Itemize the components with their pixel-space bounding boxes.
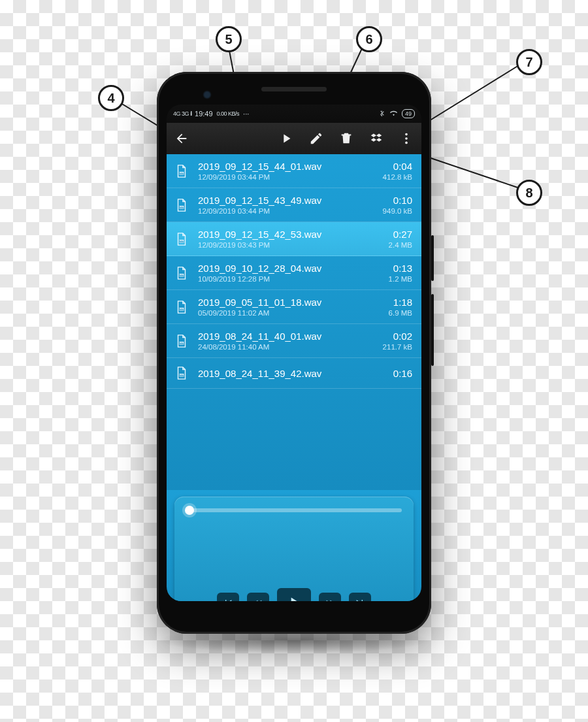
recording-name: 2019_09_12_15_44_01.wav [198, 161, 383, 172]
back-button[interactable] [167, 123, 197, 154]
svg-text:WAV: WAV [179, 240, 185, 242]
recording-duration: 0:04 [383, 161, 412, 172]
recording-name: 2019_09_12_15_42_53.wav [198, 229, 389, 240]
wifi-icon [389, 110, 398, 118]
phone-side-button [431, 235, 434, 281]
svg-text:WAV: WAV [179, 374, 185, 377]
svg-text:WAV: WAV [179, 342, 185, 344]
seek-bar[interactable] [186, 508, 402, 512]
signal-indicator: 4G 3G ılıl [173, 110, 191, 117]
status-bar: 4G 3G ılıl 19:49 0.00 KB/s ··· 49 [167, 105, 421, 123]
seek-thumb[interactable] [185, 506, 194, 515]
player-controls [186, 588, 402, 601]
file-icon: WAV [173, 265, 190, 282]
recording-duration: 1:18 [389, 297, 412, 308]
svg-point-6 [405, 137, 408, 140]
player-panel [167, 490, 421, 601]
recording-date: 12/09/2019 03:43 PM [198, 241, 389, 249]
file-icon: WAV [173, 197, 190, 214]
svg-point-7 [405, 142, 408, 144]
stage: 45678 4G 3G ılıl 19:49 0.00 KB/s ··· [0, 0, 588, 722]
recording-date: 12/09/2019 03:44 PM [198, 173, 383, 181]
recording-name: 2019_09_05_11_01_18.wav [198, 297, 389, 308]
delete-button[interactable] [331, 123, 361, 154]
svg-text:WAV: WAV [179, 274, 185, 276]
edit-button[interactable] [301, 123, 331, 154]
file-icon: WAV [173, 231, 190, 248]
recording-row[interactable]: WAV2019_09_12_15_44_01.wav12/09/2019 03:… [167, 154, 421, 188]
action-bar [167, 123, 421, 154]
recording-row[interactable]: WAV2019_09_05_11_01_18.wav05/09/2019 11:… [167, 290, 421, 324]
skip-prev-button[interactable] [217, 593, 239, 601]
file-icon: WAV [173, 163, 190, 180]
recording-row[interactable]: WAV2019_08_24_11_40_01.wav24/08/2019 11:… [167, 324, 421, 358]
svg-text:WAV: WAV [179, 308, 185, 310]
callout-badge: 5 [216, 26, 242, 52]
recording-size: 1.2 MB [389, 275, 412, 283]
recording-list[interactable]: WAV2019_09_12_15_44_01.wav12/09/2019 03:… [167, 154, 421, 490]
net-speed: 0.00 KB/s [217, 110, 240, 117]
recording-size: 412.8 kB [383, 173, 412, 181]
recording-size: 949.0 kB [383, 207, 412, 215]
skip-next-button[interactable] [349, 593, 371, 601]
file-icon: WAV [173, 333, 190, 350]
svg-point-5 [405, 133, 408, 136]
recording-name: 2019_09_12_15_43_49.wav [198, 195, 383, 206]
recording-name: 2019_08_24_11_40_01.wav [198, 331, 383, 342]
phone-frame: 4G 3G ılıl 19:49 0.00 KB/s ··· 49 [157, 72, 431, 634]
rewind-button[interactable] [247, 593, 269, 601]
recording-date: 05/09/2019 11:02 AM [198, 309, 389, 317]
dropbox-button[interactable] [361, 123, 391, 154]
recording-size: 6.9 MB [389, 309, 412, 317]
recording-duration: 0:27 [389, 229, 412, 240]
svg-text:WAV: WAV [179, 172, 185, 174]
clock: 19:49 [195, 110, 213, 118]
recording-size: 2.4 MB [389, 241, 412, 249]
forward-button[interactable] [319, 593, 341, 601]
recording-name: 2019_09_10_12_28_04.wav [198, 263, 389, 274]
more-indicator: ··· [243, 110, 249, 118]
recording-size: 211.7 kB [383, 343, 412, 351]
svg-text:WAV: WAV [179, 206, 185, 208]
play-pause-button[interactable] [277, 588, 311, 601]
play-button[interactable] [271, 123, 301, 154]
signal-text: 4G 3G [173, 110, 189, 117]
callout-badge: 4 [98, 85, 124, 111]
recording-row[interactable]: WAV2019_09_12_15_42_53.wav12/09/2019 03:… [167, 222, 421, 256]
recording-date: 24/08/2019 11:40 AM [198, 343, 383, 351]
recording-duration: 0:13 [389, 263, 412, 274]
overflow-menu-button[interactable] [391, 123, 421, 154]
recording-date: 12/09/2019 03:44 PM [198, 207, 383, 215]
recording-duration: 0:10 [383, 195, 412, 206]
recording-row[interactable]: WAV2019_08_24_11_39_42.wav0:16 [167, 358, 421, 389]
callout-badge: 6 [356, 26, 382, 52]
recording-duration: 0:16 [393, 368, 412, 379]
phone-screen: 4G 3G ılıl 19:49 0.00 KB/s ··· 49 [167, 105, 421, 601]
recording-duration: 0:02 [383, 331, 412, 342]
phone-side-button [431, 294, 434, 366]
file-icon: WAV [173, 299, 190, 316]
callout-badge: 7 [516, 49, 542, 75]
file-icon: WAV [173, 365, 190, 382]
callout-badge: 8 [516, 180, 542, 206]
recording-date: 10/09/2019 12:28 PM [198, 275, 389, 283]
player-card [174, 497, 414, 601]
recording-row[interactable]: WAV2019_09_10_12_28_04.wav10/09/2019 12:… [167, 256, 421, 290]
recording-row[interactable]: WAV2019_09_12_15_43_49.wav12/09/2019 03:… [167, 188, 421, 222]
battery-indicator: 49 [402, 109, 415, 118]
bluetooth-icon [378, 110, 385, 118]
recording-name: 2019_08_24_11_39_42.wav [198, 368, 393, 379]
